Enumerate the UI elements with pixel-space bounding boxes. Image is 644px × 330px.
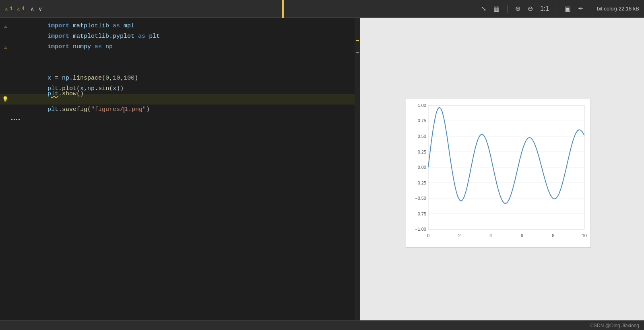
image-button[interactable]: ▣ xyxy=(563,4,573,14)
svg-text:0.00: 0.00 xyxy=(417,165,426,170)
svg-text:−0.50: −0.50 xyxy=(415,196,426,201)
code-line-9[interactable]: plt.savefig("figures/1.png") xyxy=(0,105,360,115)
main-area: ⚠ import matplotlib as mpl import matplo… xyxy=(0,18,644,320)
code-panel[interactable]: ⚠ import matplotlib as mpl import matplo… xyxy=(0,18,360,320)
svg-text:−0.75: −0.75 xyxy=(415,211,426,216)
line-content-9: plt.savefig("figures/1.png") xyxy=(11,94,360,125)
nav-arrows: ∧ ∨ xyxy=(29,5,44,13)
zoom-out-button[interactable]: ⊖ xyxy=(526,4,535,14)
gutter-8: 💡 xyxy=(0,96,11,102)
gutter-1: ⚠ xyxy=(0,24,11,29)
warning-badge-1: ⚠ 1 xyxy=(5,6,13,12)
credit-text: CSDN @Ding Jiaxiong xyxy=(590,323,639,328)
preview-area: 1.00 0.75 0.50 0.25 0.00 −0.25 −0.50 −0.… xyxy=(360,18,644,320)
svg-text:4: 4 xyxy=(489,233,492,238)
image-info: bit color) 22.18 kB xyxy=(597,6,639,12)
status-bar: CSDN @Ding Jiaxiong xyxy=(0,320,644,330)
svg-text:−1.00: −1.00 xyxy=(415,227,426,232)
warning-gutter-1: ⚠ xyxy=(4,24,7,29)
zoom-in-button[interactable]: ⊕ xyxy=(513,4,522,14)
svg-text:1.00: 1.00 xyxy=(417,102,426,107)
toolbar-divider-1 xyxy=(507,5,508,13)
code-scrollbar[interactable] xyxy=(355,18,360,320)
scroll-indicator-gray xyxy=(356,52,359,53)
grid-button[interactable]: ▦ xyxy=(491,4,502,14)
warning-count-2: 4 xyxy=(21,6,25,12)
warning-gutter-3: ⚠ xyxy=(4,45,7,50)
sine-chart: 1.00 0.75 0.50 0.25 0.00 −0.25 −0.50 −0.… xyxy=(406,99,590,247)
yellow-scroll-indicator xyxy=(282,0,284,18)
svg-text:10: 10 xyxy=(582,233,586,238)
zoom-reset-button[interactable]: 1:1 xyxy=(538,4,551,14)
toolbar-right: ⤡ ▦ ⊕ ⊖ 1:1 ▣ ✒ bit color) 22.18 kB xyxy=(479,4,639,14)
svg-rect-0 xyxy=(406,99,590,247)
fit-screen-button[interactable]: ⤡ xyxy=(479,4,488,14)
warning-icon-2: ⚠ xyxy=(17,6,20,12)
svg-text:2: 2 xyxy=(458,233,460,238)
toolbar-divider-3 xyxy=(591,5,591,13)
chart-container: 1.00 0.75 0.50 0.25 0.00 −0.25 −0.50 −0.… xyxy=(406,99,591,248)
toolbar: ⚠ 1 ⚠ 4 ∧ ∨ ⤡ ▦ ⊕ ⊖ 1:1 ▣ ✒ bit color) 2… xyxy=(0,0,644,18)
code-content: ⚠ import matplotlib as mpl import matplo… xyxy=(0,18,360,118)
svg-text:0.25: 0.25 xyxy=(417,149,426,154)
nav-down-button[interactable]: ∨ xyxy=(37,5,44,13)
scroll-indicator-yellow xyxy=(356,40,359,41)
gutter-3: ⚠ xyxy=(0,45,11,50)
svg-text:−0.25: −0.25 xyxy=(415,180,426,185)
code-line-4 xyxy=(0,52,360,63)
warning-badge-2: ⚠ 4 xyxy=(17,6,25,12)
nav-up-button[interactable]: ∧ xyxy=(29,5,36,13)
eyedropper-button[interactable]: ✒ xyxy=(576,4,585,14)
toolbar-divider-2 xyxy=(557,5,557,13)
svg-text:8: 8 xyxy=(552,233,554,238)
svg-text:0: 0 xyxy=(427,233,429,238)
warning-icon-1: ⚠ xyxy=(5,6,8,12)
code-line-3[interactable]: ⚠ import numpy as np xyxy=(0,42,360,52)
lightbulb-icon: 💡 xyxy=(2,96,8,102)
preview-panel: 1.00 0.75 0.50 0.25 0.00 −0.25 −0.50 −0.… xyxy=(360,18,644,320)
svg-text:0.75: 0.75 xyxy=(417,118,426,123)
warning-count-1: 1 xyxy=(10,6,13,12)
svg-text:0.50: 0.50 xyxy=(417,133,426,138)
toolbar-left: ⚠ 1 ⚠ 4 ∧ ∨ xyxy=(5,5,44,13)
svg-text:6: 6 xyxy=(520,233,523,238)
